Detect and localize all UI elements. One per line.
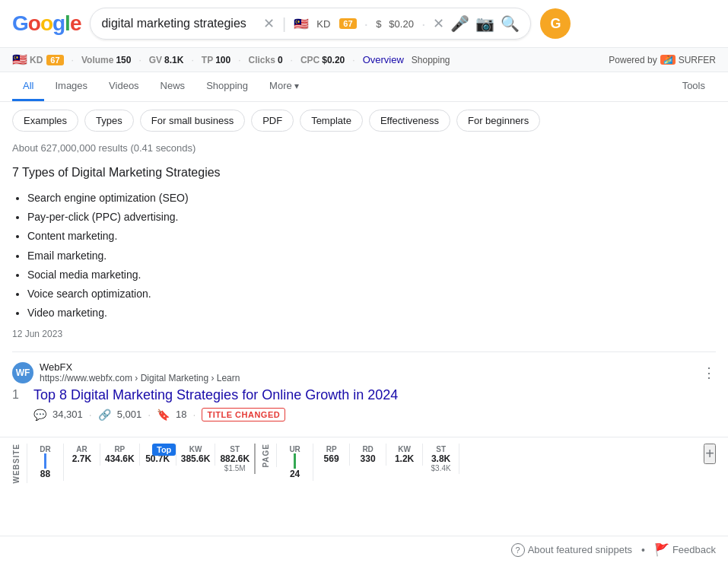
sep5: · xyxy=(291,55,293,65)
volume-value: 150 xyxy=(116,55,131,65)
st-page-label: ST xyxy=(436,445,446,453)
feedback-label: Feedback xyxy=(672,544,716,555)
voice-search-button[interactable]: 🎤 xyxy=(450,14,469,33)
dr-label: DR xyxy=(40,445,50,453)
sep3: · xyxy=(193,409,196,421)
seo-kd-value: 67 xyxy=(46,55,63,65)
sep2: · xyxy=(421,15,426,33)
clear-button[interactable]: ✕ xyxy=(263,15,275,32)
bookmark-count: 18 xyxy=(176,409,186,420)
stat-rp: RP 434.6K xyxy=(100,444,140,466)
clicks-metric: Clicks 0 xyxy=(249,55,283,65)
tp-value: 100 xyxy=(215,55,230,65)
logo-letter-l: l xyxy=(65,11,70,35)
cpc-label: CPC xyxy=(300,55,319,65)
close-button[interactable]: ✕ xyxy=(433,15,444,32)
expand-button[interactable]: + xyxy=(704,444,716,464)
chip-examples[interactable]: Examples xyxy=(12,110,78,132)
chip-beginners[interactable]: For beginners xyxy=(456,110,540,132)
favicon-text: WF xyxy=(16,367,30,378)
overview-link[interactable]: Overview xyxy=(363,54,404,65)
tab-more[interactable]: More ▾ xyxy=(259,72,310,101)
search-input[interactable] xyxy=(101,17,257,30)
ur-label: UR xyxy=(289,445,300,453)
featured-snippet: 7 Types of Digital Marketing Strategies … xyxy=(0,160,728,348)
seo-flag: 🇲🇾 xyxy=(12,52,27,67)
search-bar[interactable]: ✕ | 🇲🇾 KD 67 · $ $0.20 · ✕ 🎤 📷 🔍 xyxy=(90,8,531,40)
list-item: Pay-per-click (PPC) advertising. xyxy=(27,208,716,227)
filter-chips: Examples Types For small business PDF Te… xyxy=(0,102,728,139)
clicks-label: Clicks xyxy=(249,55,275,65)
logo-letter-o1: o xyxy=(28,11,40,35)
kw-page-label: KW xyxy=(398,445,411,453)
tab-news[interactable]: News xyxy=(150,72,196,101)
surfer-label: SURFER xyxy=(679,55,716,65)
question-icon: ? xyxy=(511,543,525,557)
bookmark-icon: 🔖 xyxy=(157,409,170,421)
gv-label: GV xyxy=(149,55,162,65)
clicks-value: 0 xyxy=(278,55,283,65)
chip-small-business[interactable]: For small business xyxy=(140,110,245,132)
result-meta: 💬 34,301 · 🔗 5,001 · 🔖 18 · TITLE CHANGE… xyxy=(33,408,716,421)
stat-kw: KW 385.6K xyxy=(176,444,216,466)
stat-st: ST 882.6K $1.5M xyxy=(215,444,256,474)
shopping-label: Shopping xyxy=(412,55,450,65)
stat-rd-page: RD 330 xyxy=(350,444,386,466)
more-label: More xyxy=(269,80,292,91)
chip-effectiveness[interactable]: Effectiveness xyxy=(369,110,450,132)
dr-value: 88 xyxy=(40,469,50,479)
page-label: PAGE xyxy=(262,444,270,468)
st-label: ST xyxy=(230,445,240,453)
website-label: WEBSITE xyxy=(12,444,21,484)
list-item: Voice search optimization. xyxy=(27,285,716,304)
website-section: WEBSITE xyxy=(12,444,27,484)
tab-tools[interactable]: Tools xyxy=(672,72,716,101)
list-item: Content marketing. xyxy=(27,227,716,246)
rp-page-label: RP xyxy=(326,445,337,453)
search-submit-button[interactable]: 🔍 xyxy=(501,14,520,33)
tab-all[interactable]: All xyxy=(12,72,44,101)
title-changed-badge: TITLE CHANGED xyxy=(202,408,285,421)
stat-kw-page: KW 1.2K xyxy=(386,444,423,466)
dr-bar xyxy=(44,453,46,469)
divider xyxy=(12,351,716,352)
kw-label: KW xyxy=(189,445,202,453)
rp-label: RP xyxy=(114,445,125,453)
surfer-icon: 🏄 xyxy=(660,55,676,65)
image-search-button[interactable]: 📷 xyxy=(475,14,494,33)
dot-separator: • xyxy=(641,544,645,556)
volume-label: Volume xyxy=(81,55,113,65)
tp-metric: TP 100 xyxy=(202,55,230,65)
tab-images[interactable]: Images xyxy=(44,72,98,101)
featured-snippets-link[interactable]: ? About featured snippets xyxy=(511,543,632,557)
stats-row: WEBSITE DR 88 AR 2.7K RP 434.6K RD 50.7K… xyxy=(0,444,728,484)
snippet-date: 12 Jun 2023 xyxy=(12,329,716,345)
links-icon: 🔗 xyxy=(98,409,111,421)
feedback-link[interactable]: 🚩 Feedback xyxy=(654,542,716,557)
result-title-link[interactable]: Top 8 Digital Marketing Strategies for O… xyxy=(33,386,398,404)
list-item: Email marketing. xyxy=(27,247,716,266)
cpc-value: $0.20 xyxy=(389,18,414,30)
chip-types[interactable]: Types xyxy=(84,110,134,132)
result-domain: WebFX xyxy=(40,361,240,373)
sep1: · xyxy=(364,15,369,33)
google-logo: Google xyxy=(12,11,81,36)
result-domain-info: WebFX https://www.webfx.com › Digital Ma… xyxy=(40,361,240,383)
bottom-bar: ? About featured snippets • 🚩 Feedback xyxy=(0,536,728,563)
account-button[interactable]: G xyxy=(540,8,571,39)
ur-bar xyxy=(294,453,296,469)
divider: | xyxy=(282,15,286,33)
dollar-icon: $ xyxy=(376,18,381,30)
stat-st-page: ST 3.8K $3.4K xyxy=(423,444,459,474)
tab-shopping[interactable]: Shopping xyxy=(196,72,259,101)
top-badge-container: Top xyxy=(152,443,176,455)
tab-videos[interactable]: Videos xyxy=(98,72,150,101)
kw-value: 385.6K xyxy=(181,453,211,464)
result-menu-button[interactable]: ⋮ xyxy=(702,364,716,381)
chip-template[interactable]: Template xyxy=(300,110,363,132)
sep: · xyxy=(89,409,92,421)
chip-pdf[interactable]: PDF xyxy=(251,110,294,132)
result-url: https://www.webfx.com › Digital Marketin… xyxy=(40,373,240,383)
search-bar-icons: ✕ | 🇲🇾 KD 67 · $ $0.20 · ✕ xyxy=(263,15,444,33)
sep3: · xyxy=(191,55,193,65)
